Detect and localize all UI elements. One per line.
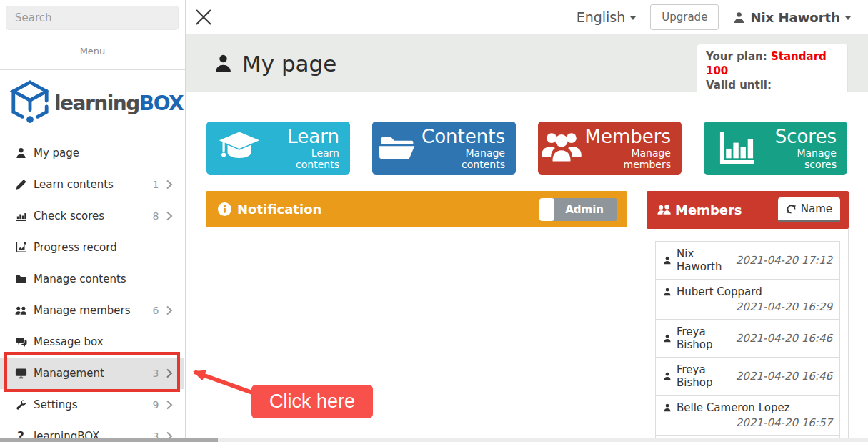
sidebar-item-label: Manage members xyxy=(34,304,131,317)
item-count-badge: 1 xyxy=(149,179,163,190)
graduation-cap-icon xyxy=(206,130,272,166)
member-row[interactable]: Freya Bishop 2021-04-20 16:46 xyxy=(656,358,839,396)
sidebar-item-progress-record[interactable]: Progress record xyxy=(0,232,184,263)
page-header: My page Your plan: Standard 100 Valid un… xyxy=(186,34,868,92)
sidebar-item-manage-contents[interactable]: Manage contents xyxy=(0,263,184,295)
member-login-time: 2021-04-20 16:29 xyxy=(663,300,832,313)
progress-chart-icon xyxy=(13,242,29,254)
sidebar-item-label: Manage contents xyxy=(34,272,126,285)
user-menu[interactable]: Nix Haworth xyxy=(733,10,851,25)
sidebar-item-label: Progress record xyxy=(34,241,117,254)
contents-button[interactable]: Contents Manage contents xyxy=(372,122,516,175)
members-list: Nix Haworth 2021-04-20 17:12 Hubert Copp… xyxy=(655,241,840,442)
sidebar-item-label: Message box xyxy=(34,335,104,348)
members-title: Members xyxy=(675,202,742,217)
user-icon xyxy=(733,11,745,24)
sidebar-item-learn-contents[interactable]: Learn contents 1 xyxy=(0,169,184,200)
member-login-time: 2021-04-20 17:12 xyxy=(736,254,832,267)
caret-down-icon xyxy=(630,16,636,20)
sidebar-item-management[interactable]: Management 3 xyxy=(0,358,184,389)
user-icon xyxy=(663,334,672,343)
learn-button[interactable]: Learn Learn contents xyxy=(206,122,350,175)
member-name: Nix Haworth xyxy=(677,247,731,273)
monitor-icon xyxy=(13,368,29,380)
member-row[interactable]: Hubert Coppard 2021-04-20 16:29 xyxy=(656,280,839,320)
users-icon xyxy=(657,204,672,216)
members-panel: Members Name Nix Haworth 2021-04-20 17:1… xyxy=(647,191,849,442)
sidebar-item-my-page[interactable]: My page xyxy=(0,137,184,169)
chat-icon xyxy=(13,336,29,348)
sidebar-item-label: Management xyxy=(34,367,104,380)
scrollbar-thumb[interactable] xyxy=(0,438,218,442)
user-name: Nix Haworth xyxy=(750,10,840,25)
language-label: English xyxy=(577,9,626,25)
bar-chart-icon xyxy=(13,210,29,222)
menu-divider xyxy=(0,69,185,70)
page-title: My page xyxy=(214,51,336,77)
member-name: Freya Bishop xyxy=(677,325,731,351)
learningbox-logo[interactable]: learningBOX xyxy=(9,79,183,127)
member-login-time: 2021-04-20 16:57 xyxy=(663,416,832,429)
admin-toggle[interactable]: Admin xyxy=(539,198,617,221)
tile-title: Contents xyxy=(421,127,505,147)
member-row[interactable]: Nix Haworth 2021-04-20 17:12 xyxy=(656,242,839,280)
pencil-icon xyxy=(13,179,29,191)
toggle-label: Admin xyxy=(552,198,617,221)
sidebar-item-settings[interactable]: Settings 9 xyxy=(0,389,184,421)
member-row[interactable]: Belle Cameron Lopez 2021-04-20 16:57 xyxy=(656,396,839,436)
caret-down-icon xyxy=(845,16,851,20)
search-input[interactable] xyxy=(6,6,179,30)
sidebar-item-label: My page xyxy=(34,147,79,159)
member-row[interactable]: Freya Bishop 2021-04-20 16:46 xyxy=(656,320,839,358)
tile-subtitle: Learn contents xyxy=(272,147,339,170)
chevron-right-icon xyxy=(163,180,176,190)
folder-open-icon xyxy=(372,132,421,164)
chevron-right-icon xyxy=(163,400,176,410)
tile-title: Scores xyxy=(769,127,837,147)
member-name: Belle Cameron Lopez xyxy=(677,401,790,414)
logo-text: learningBOX xyxy=(54,92,183,115)
notification-title: Notification xyxy=(237,202,321,217)
sidebar-item-message-box[interactable]: Message box xyxy=(0,326,184,358)
user-icon xyxy=(663,372,672,380)
sidebar-item-check-scores[interactable]: Check scores 8 xyxy=(0,200,184,232)
member-name: Freya Bishop xyxy=(677,363,731,389)
plan-line: Your plan: Standard 100 xyxy=(706,49,839,78)
learningbox-cube-icon xyxy=(9,79,51,127)
folder-icon xyxy=(13,273,29,285)
user-icon xyxy=(663,288,672,296)
user-icon xyxy=(663,403,672,412)
users-group-icon xyxy=(538,131,585,165)
sidebar-item-manage-members[interactable]: Manage members 6 xyxy=(0,295,184,326)
topbar: English Upgrade Nix Haworth xyxy=(186,0,868,34)
user-icon xyxy=(214,54,233,73)
bar-chart-icon xyxy=(704,131,769,165)
language-dropdown[interactable]: English xyxy=(577,9,637,25)
item-count-badge: 8 xyxy=(149,210,163,222)
scores-button[interactable]: Scores Manage scores xyxy=(704,122,847,175)
info-icon xyxy=(218,202,231,216)
chevron-right-icon xyxy=(163,368,176,378)
members-button[interactable]: Members Manage members xyxy=(538,122,682,175)
tile-subtitle: Manage contents xyxy=(421,147,505,170)
user-icon xyxy=(13,147,29,159)
toggle-knob xyxy=(539,198,554,221)
upgrade-button[interactable]: Upgrade xyxy=(650,4,719,30)
tile-subtitle: Manage scores xyxy=(769,147,837,170)
topbar-actions: English Upgrade Nix Haworth xyxy=(577,4,868,30)
members-body: Nix Haworth 2021-04-20 17:12 Hubert Copp… xyxy=(647,229,849,442)
click-here-annotation: Click here xyxy=(251,385,373,418)
members-header: Members Name xyxy=(647,191,849,229)
wrench-icon xyxy=(13,399,29,411)
notification-header: Notification Admin xyxy=(206,191,627,227)
member-name: Hubert Coppard xyxy=(677,285,762,298)
close-icon[interactable] xyxy=(194,7,214,27)
horizontal-scrollbar[interactable] xyxy=(0,438,868,442)
member-login-time: 2021-04-20 16:46 xyxy=(736,370,832,383)
menu-label: Menu xyxy=(0,46,185,57)
sidebar-item-label: Learn contents xyxy=(34,178,114,191)
sidebar: Menu learningBOX My page Learn xyxy=(0,0,186,442)
chevron-right-icon xyxy=(163,211,176,221)
item-count-badge: 9 xyxy=(149,399,163,411)
sort-by-name-button[interactable]: Name xyxy=(778,197,840,222)
